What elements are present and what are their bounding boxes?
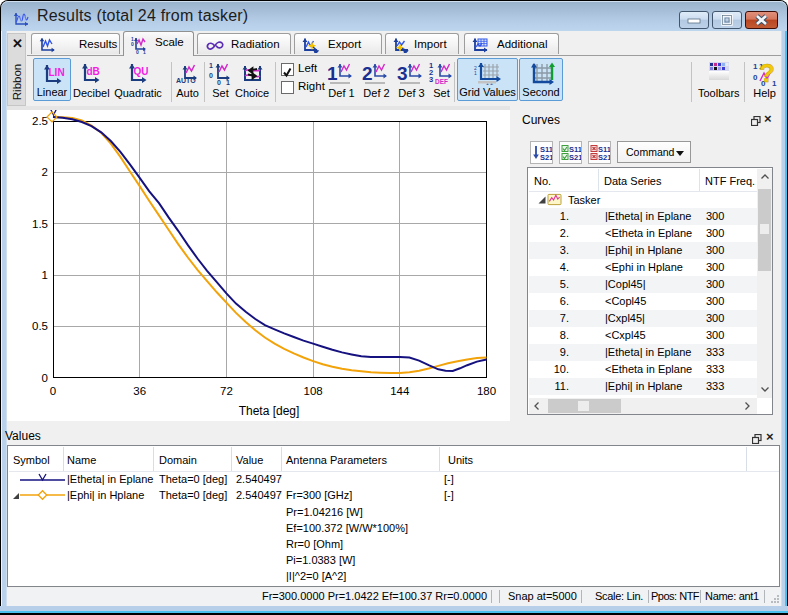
svg-text:1.5: 1.5 [32,218,48,230]
svg-text:36: 36 [133,385,146,397]
svg-text:0: 0 [136,49,139,55]
svg-text:1: 1 [42,269,48,281]
svg-text:LIN: LIN [49,67,65,78]
svg-text:1: 1 [226,79,230,86]
svg-text:1: 1 [327,63,338,84]
svg-text:1: 1 [143,49,146,55]
svg-text:S21: S21 [540,153,552,162]
svg-text:0: 0 [50,385,56,397]
svg-text:3: 3 [397,63,408,84]
svg-text:QU: QU [134,66,149,77]
svg-text:2.5: 2.5 [32,115,48,127]
svg-text:0: 0 [217,79,221,86]
svg-text:Theta [deg]: Theta [deg] [239,404,300,418]
svg-text:dB: dB [87,66,100,77]
svg-text:72: 72 [220,385,233,397]
svg-text:0: 0 [131,41,134,47]
svg-text:0: 0 [42,372,48,384]
svg-text:0: 0 [209,72,213,79]
svg-text:3: 3 [429,75,433,84]
svg-text:DEF: DEF [435,78,448,85]
svg-text:108: 108 [304,385,323,397]
svg-text:0: 0 [753,73,758,82]
svg-text:1: 1 [474,70,477,76]
svg-text:S21: S21 [569,153,581,162]
svg-text:144: 144 [390,385,410,397]
svg-text:0.5: 0.5 [32,320,48,332]
svg-text:S21: S21 [598,153,610,162]
svg-text:1: 1 [753,62,758,71]
svg-text:180: 180 [477,385,496,397]
svg-text:2: 2 [362,63,373,84]
svg-text:AUTO: AUTO [176,77,196,84]
svg-text:2: 2 [42,166,48,178]
svg-text:1: 1 [209,62,213,69]
svg-text:?: ? [759,60,775,87]
